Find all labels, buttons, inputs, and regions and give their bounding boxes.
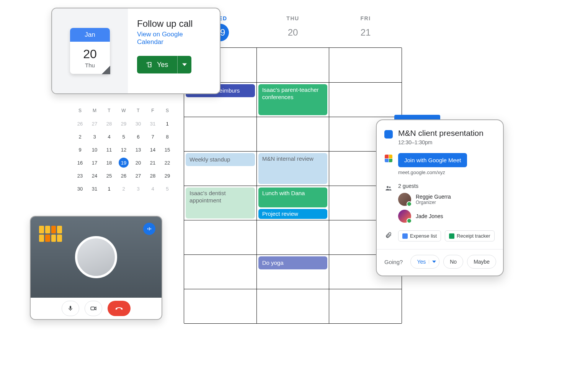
mini-month-day[interactable]: 16 — [73, 156, 87, 169]
view-on-calendar-link[interactable]: View on Google Calendar — [137, 31, 211, 46]
mini-month-day[interactable]: 14 — [145, 143, 160, 156]
mini-month-day[interactable]: 1 — [102, 182, 116, 195]
mini-month-day[interactable]: 4 — [145, 182, 160, 195]
attachment-icon — [384, 232, 393, 239]
svg-rect-4 — [149, 227, 150, 230]
mini-month-day[interactable]: 26 — [73, 117, 87, 130]
attachment-receipt-tracker[interactable]: Receipt tracker — [445, 230, 494, 241]
event-details-card: M&N client presentation 12:30–1:30pm Joi… — [376, 119, 504, 276]
guest-role: Organizer — [416, 200, 451, 205]
event-label: Isaac's dentist appointment — [189, 190, 226, 204]
mini-month-day[interactable]: 28 — [145, 169, 160, 182]
mini-month-day[interactable]: 15 — [160, 143, 175, 156]
day-column-header[interactable]: THU 20 — [256, 15, 329, 41]
rsvp-maybe-pill[interactable]: Maybe — [467, 255, 496, 269]
attachment-label: Receipt tracker — [457, 233, 490, 239]
meet-controls — [31, 298, 162, 319]
sheets-icon — [449, 233, 454, 239]
mini-month-day[interactable]: 31 — [87, 182, 102, 195]
mini-month-day[interactable]: 20 — [131, 156, 145, 169]
event-label: Project review — [262, 210, 298, 218]
mini-month-day[interactable]: 21 — [145, 156, 160, 169]
mini-month-day[interactable]: 2 — [116, 182, 131, 195]
day-number: 20 — [284, 24, 302, 41]
guest-row[interactable]: Jade Jones — [398, 210, 495, 223]
mini-month-day[interactable]: 25 — [102, 169, 116, 182]
page-curl-icon — [102, 66, 110, 74]
event-label: Do yoga — [262, 259, 284, 267]
mini-month-day[interactable]: 31 — [145, 117, 160, 130]
event-label: Isaac's parent-teacher conferences — [262, 86, 319, 100]
day-name: THU — [256, 15, 329, 21]
chevron-down-icon[interactable] — [429, 260, 436, 264]
mini-month-day[interactable]: 26 — [116, 169, 131, 182]
mini-month-calendar[interactable]: SMTWTFS262728293031123456789101112131415… — [73, 104, 175, 195]
rsvp-yes-pill[interactable]: Yes — [410, 255, 439, 269]
day-column-header[interactable]: FRI 21 — [329, 15, 402, 41]
mini-month-dow: W — [116, 104, 131, 117]
rsvp-yes-dropdown[interactable] — [178, 56, 191, 73]
event-lunch[interactable]: Lunch with Dana — [258, 188, 328, 207]
mini-month-day[interactable]: 27 — [87, 117, 102, 130]
svg-rect-5 — [150, 228, 151, 230]
date-tile-month: Jan — [70, 28, 110, 42]
mini-month-day[interactable]: 27 — [131, 169, 145, 182]
mini-month-day[interactable]: 11 — [102, 143, 116, 156]
google-meet-window — [30, 216, 162, 320]
mini-month-day[interactable]: 1 — [160, 117, 175, 130]
mini-month-day[interactable]: 4 — [102, 130, 116, 143]
event-dentist[interactable]: Isaac's dentist appointment — [186, 188, 255, 218]
mini-month-dow: T — [102, 104, 116, 117]
svg-rect-6 — [91, 307, 95, 310]
mini-month-day[interactable]: 8 — [160, 130, 175, 143]
mute-mic-button[interactable] — [62, 301, 79, 316]
day-name: FRI — [329, 15, 402, 21]
mini-month-day[interactable]: 6 — [131, 130, 145, 143]
mini-month-day[interactable]: 3 — [87, 130, 102, 143]
mini-month-day[interactable]: 19 — [116, 156, 131, 169]
mini-month-day[interactable]: 24 — [87, 169, 102, 182]
mini-month-day[interactable]: 23 — [73, 169, 87, 182]
guest-row[interactable]: Reggie Guerra Organizer — [398, 193, 495, 206]
hang-up-button[interactable] — [108, 301, 131, 316]
mini-month-day[interactable]: 29 — [116, 117, 131, 130]
mini-month-day[interactable]: 18 — [102, 156, 116, 169]
mini-month-day[interactable]: 5 — [160, 182, 175, 195]
mini-month-dow: T — [131, 104, 145, 117]
going-label: Going? — [384, 259, 403, 265]
event-color-swatch — [384, 130, 393, 139]
event-details-time: 12:30–1:30pm — [398, 139, 495, 145]
mini-month-dow: S — [160, 104, 175, 117]
event-parent-teacher[interactable]: Isaac's parent-teacher conferences — [258, 84, 328, 115]
mini-month-day[interactable]: 30 — [73, 182, 87, 195]
event-yoga[interactable]: Do yoga — [258, 256, 328, 269]
participant-avatar — [75, 236, 117, 278]
avatar — [398, 210, 411, 223]
event-weekly-standup[interactable]: Weekly standup — [186, 153, 255, 166]
rsvp-no-pill[interactable]: No — [443, 255, 463, 269]
rsvp-yes-button[interactable]: Yes — [137, 56, 178, 73]
mini-month-day[interactable]: 28 — [102, 117, 116, 130]
mini-month-day[interactable]: 5 — [116, 130, 131, 143]
guest-name: Jade Jones — [416, 213, 443, 219]
mini-month-day[interactable]: 30 — [131, 117, 145, 130]
mini-month-day[interactable]: 29 — [160, 169, 175, 182]
date-tile: Jan 20 Thu — [70, 28, 110, 74]
mini-month-day[interactable]: 9 — [73, 143, 87, 156]
mini-month-day[interactable]: 3 — [131, 182, 145, 195]
mini-month-day[interactable]: 10 — [87, 143, 102, 156]
mini-month-day[interactable]: 2 — [73, 130, 87, 143]
mini-month-day[interactable]: 13 — [131, 143, 145, 156]
event-title: Follow up call — [137, 18, 211, 29]
mini-month-day[interactable]: 12 — [116, 143, 131, 156]
join-meet-button[interactable]: Join with Google Meet — [398, 153, 467, 167]
day-number: 21 — [357, 24, 374, 41]
mini-month-day[interactable]: 22 — [160, 156, 175, 169]
event-internal-review[interactable]: M&N internal review — [258, 153, 328, 184]
camera-button[interactable] — [85, 301, 102, 316]
attachment-expense-list[interactable]: Expense list — [398, 230, 441, 241]
event-project-review[interactable]: Project review — [258, 209, 328, 219]
svg-point-7 — [387, 186, 389, 188]
mini-month-day[interactable]: 17 — [87, 156, 102, 169]
mini-month-day[interactable]: 7 — [145, 130, 160, 143]
